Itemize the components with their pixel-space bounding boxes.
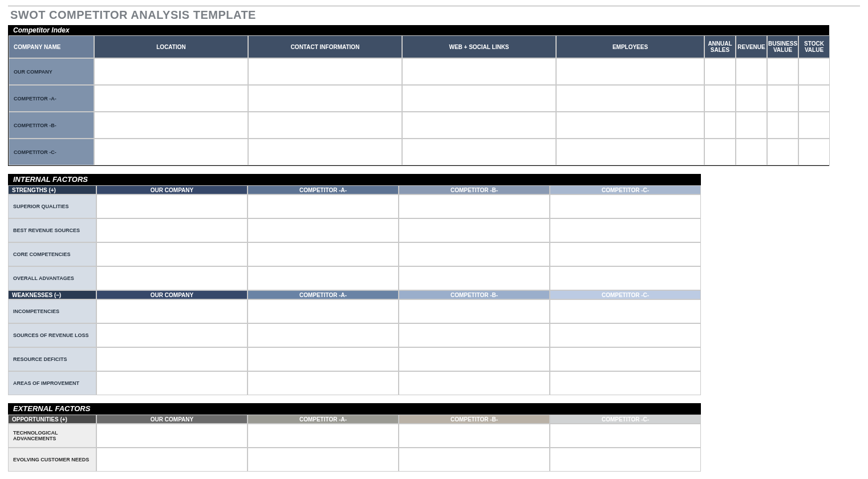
internal-factors-header: INTERNAL FACTORS [8, 174, 701, 185]
col-our-company: OUR COMPANY [96, 185, 248, 194]
cell[interactable] [550, 194, 701, 218]
cell[interactable] [96, 347, 248, 371]
cell[interactable] [96, 299, 248, 323]
table-header-row: COMPANY NAME LOCATION CONTACT INFORMATIO… [9, 35, 829, 58]
cell[interactable] [248, 266, 399, 290]
cell[interactable] [767, 85, 798, 112]
col-competitor-a: COMPETITOR -A- [248, 290, 399, 299]
page-title: SWOT COMPETITOR ANALYSIS TEMPLATE [10, 9, 860, 22]
cell[interactable] [96, 194, 248, 218]
table-row: RESOURCE DEFICITS [8, 347, 701, 371]
cell[interactable] [248, 299, 399, 323]
cell[interactable] [399, 242, 550, 266]
cell[interactable] [94, 85, 248, 112]
cell[interactable] [399, 323, 550, 347]
table-row: BEST REVENUE SOURCES [8, 218, 701, 242]
cell[interactable] [399, 218, 550, 242]
cell[interactable] [402, 139, 556, 165]
row-label: INCOMPETENCIES [8, 299, 96, 323]
cell[interactable] [736, 85, 767, 112]
cell[interactable] [94, 112, 248, 139]
cell[interactable] [704, 85, 736, 112]
cell[interactable] [736, 139, 767, 165]
cell[interactable] [96, 218, 248, 242]
cell[interactable] [96, 371, 248, 395]
table-row: OVERALL ADVANTAGES [8, 266, 701, 290]
strengths-subheader-row: STRENGTHS (+) OUR COMPANY COMPETITOR -A-… [8, 185, 701, 194]
row-label: OVERALL ADVANTAGES [8, 266, 96, 290]
cell[interactable] [248, 242, 399, 266]
cell[interactable] [556, 139, 704, 165]
cell[interactable] [96, 448, 248, 472]
table-row: EVOLVING CUSTOMER NEEDS [8, 448, 701, 472]
cell[interactable] [767, 58, 798, 85]
cell[interactable] [550, 266, 701, 290]
cell[interactable] [399, 424, 550, 448]
cell[interactable] [94, 139, 248, 165]
cell[interactable] [399, 371, 550, 395]
col-company-name: COMPANY NAME [9, 35, 94, 58]
opportunities-subheader-row: OPPORTUNITIES (+) OUR COMPANY COMPETITOR… [8, 415, 701, 424]
col-revenue: REVENUE [736, 35, 767, 58]
weaknesses-subheader-row: WEAKNESSES (–) OUR COMPANY COMPETITOR -A… [8, 290, 701, 299]
cell[interactable] [556, 112, 704, 139]
cell[interactable] [704, 58, 736, 85]
cell[interactable] [550, 218, 701, 242]
col-employees: EMPLOYEES [556, 35, 704, 58]
col-our-company: OUR COMPANY [96, 415, 248, 424]
cell[interactable] [399, 266, 550, 290]
cell[interactable] [798, 112, 830, 139]
cell[interactable] [550, 371, 701, 395]
cell[interactable] [550, 323, 701, 347]
cell[interactable] [550, 424, 701, 448]
cell[interactable] [248, 58, 402, 85]
cell[interactable] [96, 323, 248, 347]
cell[interactable] [94, 58, 248, 85]
cell[interactable] [798, 58, 830, 85]
table-row: AREAS OF IMPROVEMENT [8, 371, 701, 395]
cell[interactable] [402, 112, 556, 139]
opportunities-label: OPPORTUNITIES (+) [8, 415, 96, 424]
cell[interactable] [248, 371, 399, 395]
cell[interactable] [248, 347, 399, 371]
cell[interactable] [550, 448, 701, 472]
internal-factors-table: INTERNAL FACTORS STRENGTHS (+) OUR COMPA… [8, 174, 701, 395]
cell[interactable] [248, 323, 399, 347]
cell[interactable] [248, 218, 399, 242]
cell[interactable] [399, 347, 550, 371]
col-competitor-c: COMPETITOR -C- [550, 185, 701, 194]
table-row: SOURCES OF REVENUE LOSS [8, 323, 701, 347]
cell[interactable] [248, 194, 399, 218]
cell[interactable] [399, 194, 550, 218]
cell[interactable] [767, 139, 798, 165]
cell[interactable] [248, 85, 402, 112]
cell[interactable] [798, 139, 830, 165]
cell[interactable] [767, 112, 798, 139]
cell[interactable] [704, 112, 736, 139]
cell[interactable] [550, 242, 701, 266]
cell[interactable] [248, 424, 399, 448]
row-label: COMPETITOR -B- [9, 112, 94, 139]
cell[interactable] [399, 299, 550, 323]
cell[interactable] [402, 85, 556, 112]
cell[interactable] [248, 112, 402, 139]
cell[interactable] [550, 347, 701, 371]
cell[interactable] [248, 139, 402, 165]
cell[interactable] [96, 424, 248, 448]
cell[interactable] [704, 139, 736, 165]
cell[interactable] [736, 58, 767, 85]
cell[interactable] [550, 299, 701, 323]
cell[interactable] [798, 85, 830, 112]
cell[interactable] [399, 448, 550, 472]
col-contact-information: CONTACT INFORMATION [248, 35, 402, 58]
cell[interactable] [402, 58, 556, 85]
cell[interactable] [736, 112, 767, 139]
cell[interactable] [556, 85, 704, 112]
cell[interactable] [556, 58, 704, 85]
row-label: EVOLVING CUSTOMER NEEDS [8, 448, 96, 472]
row-label: SUPERIOR QUALITIES [8, 194, 96, 218]
weaknesses-label: WEAKNESSES (–) [8, 290, 96, 299]
cell[interactable] [248, 448, 399, 472]
cell[interactable] [96, 266, 248, 290]
cell[interactable] [96, 242, 248, 266]
